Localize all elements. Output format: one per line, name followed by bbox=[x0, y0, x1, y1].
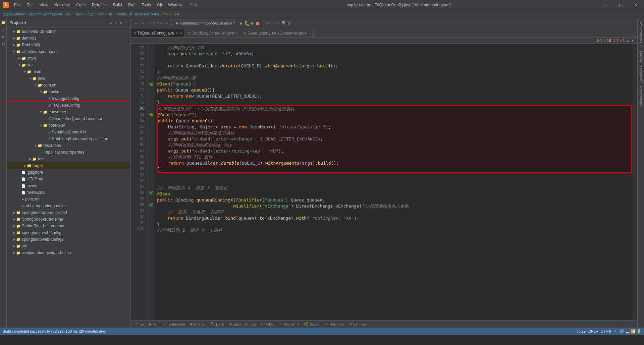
minimize-button[interactable]: − bbox=[598, 0, 613, 10]
locate-file-button[interactable]: ⌖ bbox=[114, 20, 118, 26]
tree-item[interactable]: ▼ 📁 main bbox=[7, 68, 130, 75]
toolbar-forward[interactable]: → bbox=[140, 20, 145, 26]
git-check-icon[interactable]: ✓ bbox=[149, 21, 152, 25]
gutter-bean-icon[interactable]: 🌿 bbox=[148, 81, 154, 87]
bottom-terminal[interactable]: >_ Terminal bbox=[323, 322, 346, 327]
menu-file[interactable]: File bbox=[11, 1, 23, 9]
cursor-position[interactable]: 50:29 bbox=[576, 329, 586, 333]
stop-button[interactable]: ⏹ bbox=[255, 20, 260, 26]
gutter-bean-icon4[interactable]: 🌿 bbox=[148, 202, 154, 208]
menu-tools[interactable]: Tools bbox=[139, 1, 154, 9]
bottom-spring[interactable]: 🌿 Spring bbox=[302, 321, 322, 327]
run-config-selector[interactable]: ▶ RabbitmqSpringbootApplication ▾ bbox=[174, 20, 237, 26]
git-more-icon[interactable]: ⋯ bbox=[167, 21, 170, 25]
bread-cn[interactable]: cn bbox=[108, 12, 112, 16]
right-panel-maven[interactable]: Maven bbox=[638, 50, 644, 63]
git-check2-icon[interactable]: ✓ bbox=[153, 21, 155, 25]
git-pull-icon[interactable]: ↓ bbox=[160, 21, 162, 25]
debug-button[interactable]: 🐛 bbox=[244, 20, 250, 26]
bread-config[interactable]: config bbox=[116, 12, 126, 16]
menu-build[interactable]: Build bbox=[110, 1, 125, 9]
tree-item-test[interactable]: ▶ 📁 test bbox=[7, 156, 130, 162]
tree-item[interactable]: ▼ 📁 java bbox=[7, 75, 130, 82]
tree-item-mvnw[interactable]: ▶ 📄 mvnw bbox=[7, 182, 130, 189]
bread-com[interactable]: com bbox=[97, 12, 104, 16]
tree-item-mvnwcmd[interactable]: ▶ 📄 mvnw.cmd bbox=[7, 189, 130, 196]
tree-item-appprops[interactable]: ▶ ≡ application.properties bbox=[7, 149, 130, 156]
bottom-profiler[interactable]: ◉ Profiler bbox=[187, 321, 208, 327]
menu-help[interactable]: Help bbox=[186, 1, 200, 9]
tree-item-wenjian[interactable]: ▶ 📁 wenjian-shangchuan-heima bbox=[7, 249, 130, 256]
tree-item-deadletter[interactable]: ▶ C DeadLetterQueueConsumer bbox=[7, 115, 130, 122]
tree-item-web-config[interactable]: ▶ 📁 springboot-web-config bbox=[7, 229, 130, 236]
git-push-icon[interactable]: ↑ bbox=[157, 21, 159, 25]
error-count[interactable]: ⚠ 1 bbox=[612, 38, 619, 43]
bread-main[interactable]: main bbox=[75, 12, 83, 16]
bottom-endpoints[interactable]: ⬡ Endpoints bbox=[162, 321, 187, 327]
tree-item[interactable]: ▶ 📁 demo01 bbox=[7, 35, 130, 42]
tab-close-ttlqueue[interactable]: × bbox=[180, 32, 182, 35]
more-button[interactable]: ⋯ bbox=[124, 20, 128, 26]
tree-item[interactable]: ▼ 📁 config bbox=[7, 89, 130, 95]
tree-item-target[interactable]: ▶ 📁 target bbox=[7, 162, 130, 169]
tree-item-consumer[interactable]: ▼ 📁 consumer bbox=[7, 109, 130, 115]
code-area[interactable]: //声明队列的 TTL args.put("x-message-ttl", 40… bbox=[154, 44, 632, 320]
error-count2[interactable]: × 3 bbox=[620, 39, 625, 43]
menu-refactor[interactable]: Refactor bbox=[89, 1, 110, 9]
bread-java[interactable]: java bbox=[87, 12, 93, 16]
tree-item-sendmsg[interactable]: ▶ C SendMsgController bbox=[7, 129, 130, 135]
toolbar-back[interactable]: ← bbox=[133, 20, 139, 26]
right-panel-notifications[interactable]: Notifications bbox=[638, 84, 644, 107]
tree-item-aop[interactable]: ▶ 📁 springboot-aop-quickstart bbox=[7, 209, 130, 216]
menu-edit[interactable]: Edit bbox=[24, 1, 36, 9]
bread-src[interactable]: src bbox=[66, 12, 71, 16]
tree-item-helpmd[interactable]: ▶ 📄 HELP.md bbox=[7, 176, 130, 182]
tab-sendmsg[interactable]: C SendMsgController.java × bbox=[185, 29, 241, 37]
bottom-build[interactable]: 🔨 Build bbox=[208, 321, 226, 327]
close-button[interactable]: ✕ bbox=[629, 0, 644, 10]
menu-view[interactable]: View bbox=[37, 1, 51, 9]
bread-module[interactable]: rabbitmq-springboot bbox=[29, 12, 62, 16]
tree-item[interactable]: ▼ 📁 rabbitmq-springboot bbox=[7, 48, 130, 55]
menu-navigate[interactable]: Navigate bbox=[52, 1, 73, 9]
bread-class[interactable]: C TtlQueueConfig bbox=[130, 12, 159, 16]
structure-icon[interactable]: ☷ bbox=[0, 42, 6, 48]
collapse-all-button[interactable]: ≡ bbox=[109, 20, 112, 26]
gutter-bean-icon3[interactable]: 🌿 bbox=[148, 190, 154, 196]
right-panel-database[interactable]: Database bbox=[638, 65, 644, 83]
bookmarks-icon[interactable]: ⚑ bbox=[0, 34, 6, 40]
bottom-dependencies[interactable]: ◈ Dependencies bbox=[227, 321, 258, 327]
settings-icon[interactable]: ⚙ bbox=[288, 20, 290, 26]
bottom-git[interactable]: ⎇ Git bbox=[132, 321, 146, 327]
menu-run[interactable]: Run bbox=[125, 1, 138, 9]
tab-ttlqueue[interactable]: C TtlQueueConfig.java ✎ × bbox=[131, 29, 185, 37]
expand-icon[interactable]: ▲ bbox=[626, 39, 630, 43]
right-panel-key-promoter[interactable]: Key Promoter X bbox=[638, 19, 644, 48]
recent-files-button[interactable]: ⋯ bbox=[632, 33, 635, 37]
line-ending[interactable]: CRLF bbox=[588, 329, 598, 333]
tree-item-src[interactable]: ▶ 📁 src bbox=[7, 243, 130, 249]
tree-item-web-config2[interactable]: ▶ 📁 springboot-web-config2 bbox=[7, 236, 130, 243]
tree-item-swaggerconfig[interactable]: ▶ C SwaggerConfig bbox=[7, 95, 130, 102]
tree-item-gitignore[interactable]: ▶ 📄 .gitignore bbox=[7, 169, 130, 176]
bottom-services[interactable]: ⊞ Services bbox=[347, 321, 369, 327]
git-status2-icon[interactable]: ✓ bbox=[278, 21, 280, 25]
bottom-problems[interactable]: ⚠ Problems bbox=[277, 321, 301, 327]
tree-item[interactable]: ▶ 📁 boot-web-05-admin bbox=[7, 28, 130, 35]
tree-item-heima-demo[interactable]: ▶ 📁 SpringBoot-heima-demo bbox=[7, 223, 130, 229]
warning-count[interactable]: ⚠ 1 bbox=[596, 38, 602, 43]
tree-item-iml[interactable]: ▶ ■ rabbitmq-springboot.iml bbox=[7, 203, 130, 209]
search-icon[interactable]: 🔍 bbox=[282, 21, 286, 25]
bread-method[interactable]: m queueA bbox=[163, 12, 179, 16]
coverage-button[interactable]: ▶ bbox=[251, 20, 254, 26]
tree-item-resources[interactable]: ▼ 📁 resources bbox=[7, 142, 130, 149]
maximize-button[interactable]: □ bbox=[613, 0, 629, 10]
bread-project[interactable]: atguigu-demo bbox=[3, 12, 25, 16]
tree-item-rabbitmqapp[interactable]: ▶ C RabbitmqSpringbootApplication bbox=[7, 135, 130, 142]
bottom-todo[interactable]: ≡ TODO bbox=[259, 322, 277, 327]
tree-item[interactable]: ▼ 📁 src bbox=[7, 62, 130, 68]
settings-button[interactable]: ⚙ bbox=[119, 20, 123, 26]
encoding[interactable]: UTF-8 bbox=[601, 329, 611, 333]
menu-git[interactable]: Git bbox=[154, 1, 165, 9]
run-button[interactable]: ▶ bbox=[240, 20, 243, 26]
